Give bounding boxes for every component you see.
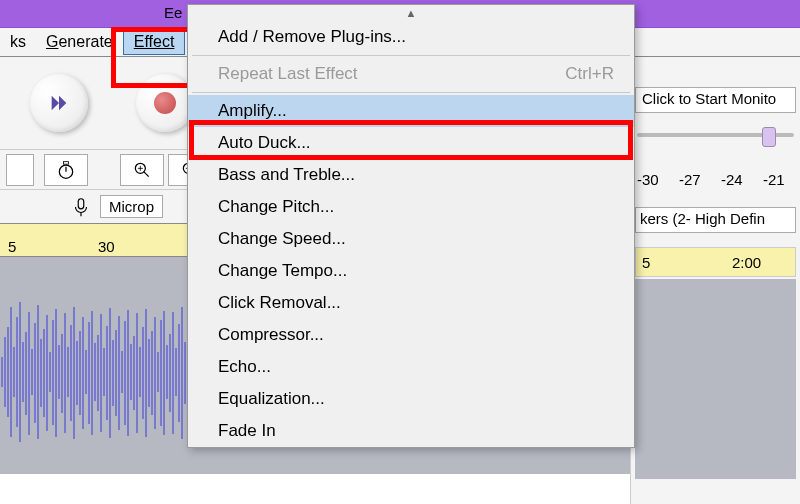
menu-item-change-pitch[interactable]: Change Pitch... [188, 191, 634, 223]
svg-rect-10 [78, 198, 84, 208]
menu-shortcut: Ctrl+R [565, 64, 614, 84]
microphone-icon [70, 196, 92, 218]
menu-item-bass-and-treble[interactable]: Bass and Treble... [188, 159, 634, 191]
monitor-slider[interactable] [637, 133, 794, 143]
right-pane: Click to Start Monito -30 -27 -24 -21 ke… [630, 57, 800, 504]
zoom-in-icon [132, 160, 152, 180]
menu-divider [192, 55, 630, 56]
ruler-tick: 5 [642, 254, 650, 271]
ruler-tick: 2:00 [732, 254, 761, 271]
skip-end-button[interactable] [30, 74, 88, 132]
menu-item-change-tempo[interactable]: Change Tempo... [188, 255, 634, 287]
menu-item-auto-duck[interactable]: Auto Duck... [188, 127, 634, 159]
db-scale: -30 -27 -24 -21 [635, 163, 796, 193]
menu-item-fade-in[interactable]: Fade In [188, 415, 634, 447]
db-tick: -21 [763, 171, 785, 188]
monitor-button[interactable]: Click to Start Monito [635, 87, 796, 113]
menu-item-repeat-last-effect: Repeat Last Effect Ctrl+R [188, 58, 634, 90]
menu-item-label: Repeat Last Effect [218, 64, 358, 83]
menu-item-amplify[interactable]: Amplify... [188, 95, 634, 127]
menu-item-equalization[interactable]: Equalization... [188, 383, 634, 415]
db-tick: -27 [679, 171, 701, 188]
menu-item-add-remove-plugins[interactable]: Add / Remove Plug-ins... [188, 21, 634, 53]
svg-rect-2 [64, 161, 69, 164]
waveform-display [0, 257, 190, 474]
right-ruler[interactable]: 5 2:00 [635, 247, 796, 277]
slider-thumb[interactable] [762, 127, 776, 147]
svg-line-4 [144, 171, 149, 176]
db-tick: -24 [721, 171, 743, 188]
zoom-in-tool[interactable] [120, 154, 164, 186]
tool-slot[interactable] [6, 154, 34, 186]
window-title: Ee [164, 4, 182, 21]
skip-end-icon [48, 92, 70, 114]
effect-menu-dropdown: ▲ Add / Remove Plug-ins... Repeat Last E… [187, 4, 635, 448]
record-icon [154, 92, 176, 114]
menu-item-echo[interactable]: Echo... [188, 351, 634, 383]
stopwatch-icon [56, 160, 76, 180]
menu-item-click-removal[interactable]: Click Removal... [188, 287, 634, 319]
menu-divider [192, 92, 630, 93]
menu-effect[interactable]: Effect [123, 29, 186, 55]
right-waveform[interactable] [635, 279, 796, 479]
menu-item-compressor[interactable]: Compressor... [188, 319, 634, 351]
db-tick: -30 [637, 171, 659, 188]
scroll-up-arrow[interactable]: ▲ [188, 5, 634, 21]
ruler-tick: 30 [98, 238, 115, 255]
speaker-device-selector[interactable]: kers (2- High Defin [635, 207, 796, 233]
ruler-tick: 5 [8, 238, 16, 255]
menu-item-change-speed[interactable]: Change Speed... [188, 223, 634, 255]
mic-device-selector[interactable]: Microp [100, 195, 163, 218]
timer-tool[interactable] [44, 154, 88, 186]
menu-generate[interactable]: Generate [36, 30, 123, 54]
record-button[interactable] [136, 74, 194, 132]
menu-tracks[interactable]: ks [0, 30, 36, 54]
